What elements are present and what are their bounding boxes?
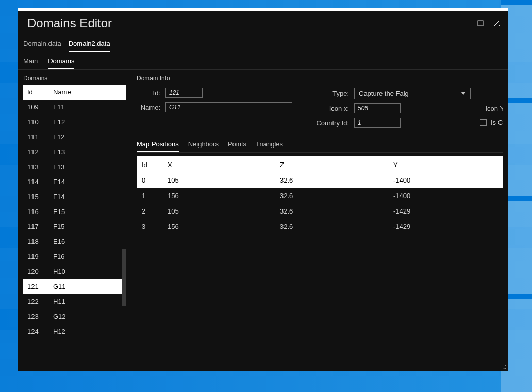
name-input[interactable] <box>165 102 292 112</box>
icony-label: Icon Y: <box>480 105 503 112</box>
positions-table: IdXZY010532.6-1400115632.6-1400210532.6-… <box>137 156 503 234</box>
countryid-input[interactable] <box>354 118 401 128</box>
countryid-label: Country Id: <box>313 119 349 127</box>
window-title: Domains Editor <box>25 16 112 30</box>
titlebar: Domains Editor <box>18 11 508 36</box>
domains-panel: Domains IdName109F11110E12111F12112E1311… <box>23 79 126 366</box>
close-button[interactable] <box>493 20 501 27</box>
domain-row[interactable]: 119F16 <box>23 249 126 264</box>
inner-tab-1[interactable]: Neighbors <box>188 139 219 152</box>
iconx-label: Icon x: <box>313 105 349 112</box>
app-window: Domains Editor Domain.dataDomain2.data M… <box>18 8 508 371</box>
col-name: Name <box>53 88 126 96</box>
iconx-input[interactable] <box>354 103 401 113</box>
domain-info-panel: Domain Info Id: Name: <box>137 79 503 128</box>
domain-row[interactable]: 112E13 <box>23 144 126 159</box>
domain-row[interactable]: 110E12 <box>23 115 126 129</box>
domain-row[interactable]: 118E16 <box>23 234 126 249</box>
file-tab-0[interactable]: Domain.data <box>23 40 61 52</box>
name-label: Name: <box>137 104 160 111</box>
position-row[interactable]: 315632.6-1429 <box>137 219 503 234</box>
type-label: Type: <box>313 90 349 97</box>
chevron-down-icon <box>461 91 466 96</box>
domains-legend: Domains <box>23 75 52 82</box>
domain-row[interactable]: 111F12 <box>23 129 126 144</box>
domain-row[interactable]: 124H12 <box>23 324 126 339</box>
position-row[interactable]: 210532.6-1429 <box>137 203 503 219</box>
id-label: Id: <box>137 89 160 97</box>
svg-marker-3 <box>461 92 466 95</box>
type-select[interactable]: Capture the Falg <box>354 88 471 99</box>
inner-tab-0[interactable]: Map Positions <box>137 139 179 152</box>
view-tabs: MainDomains <box>18 52 508 70</box>
domain-row[interactable]: 120H10 <box>23 264 126 279</box>
domain-row[interactable]: 116E15 <box>23 204 126 219</box>
position-row[interactable]: 115632.6-1400 <box>137 188 503 203</box>
domains-header: IdName <box>23 85 126 100</box>
positions-header: IdXZY <box>137 157 503 172</box>
file-tabs: Domain.dataDomain2.data <box>18 36 508 52</box>
inner-tab-3[interactable]: Triangles <box>256 139 283 152</box>
domain-row[interactable]: 123G12 <box>23 309 126 324</box>
svg-rect-0 <box>478 21 483 26</box>
type-value: Capture the Falg <box>359 90 409 97</box>
scroll-thumb[interactable] <box>122 249 126 306</box>
domain-row[interactable]: 121G11 <box>23 279 126 294</box>
domain-row[interactable]: 117F15 <box>23 219 126 234</box>
scrollbar[interactable] <box>122 100 126 366</box>
view-tab-0[interactable]: Main <box>23 57 38 69</box>
domain-row[interactable]: 115F14 <box>23 189 126 204</box>
position-row[interactable]: 010532.6-1400 <box>137 172 503 188</box>
file-tab-1[interactable]: Domain2.data <box>69 40 110 52</box>
view-tab-1[interactable]: Domains <box>48 57 74 69</box>
iscapital-checkbox[interactable] <box>480 119 487 126</box>
domain-row[interactable]: 109F11 <box>23 100 126 115</box>
id-input[interactable] <box>165 88 203 98</box>
iscapital-label: Is Capital <box>491 119 503 126</box>
domain-row[interactable]: 122H11 <box>23 294 126 309</box>
maximize-button[interactable] <box>477 20 484 27</box>
col-id: Id <box>27 88 53 96</box>
info-legend: Domain Info <box>137 76 174 82</box>
domains-list: IdName109F11110E12111F12112E13113F13114E… <box>23 85 126 366</box>
resize-grip[interactable]: ..: <box>502 363 506 370</box>
domain-row[interactable]: 113F13 <box>23 159 126 174</box>
domain-row[interactable]: 114E14 <box>23 174 126 189</box>
inner-tabs: Map PositionsNeighborsPointsTriangles <box>137 139 503 153</box>
inner-tab-2[interactable]: Points <box>228 139 246 152</box>
